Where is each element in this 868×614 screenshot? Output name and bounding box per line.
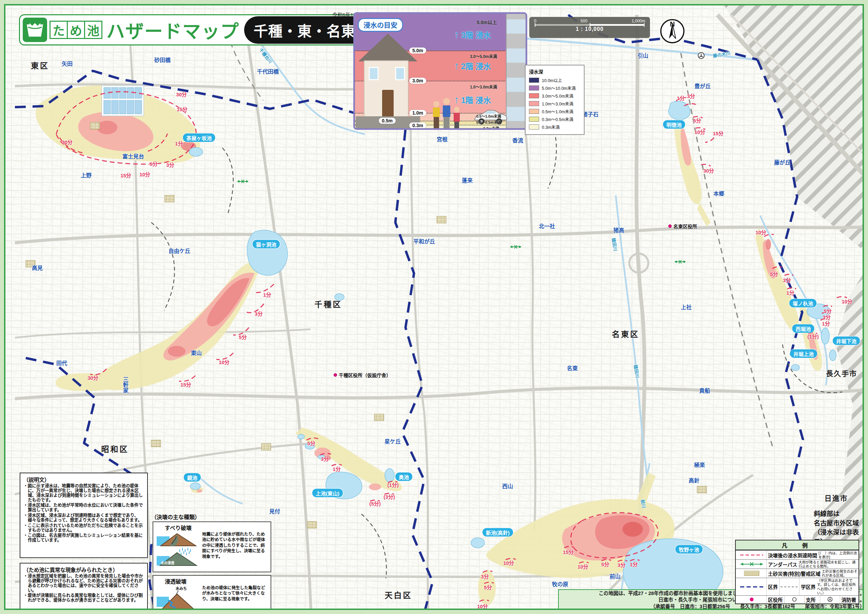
collapse-heading: （決壊の主な種類） bbox=[151, 513, 200, 521]
arrival-time-label: 15分 bbox=[120, 172, 131, 179]
hazard-map-page: 東区千種区名東区昭和区天白区長久手市日進市矢田砂田橋千代田橋富士見台上野自由ケ丘… bbox=[0, 0, 868, 614]
bullet-item: ・浸水区域、浸水深および到達時間はあくまで想定であり、様々な条件によって、想定よ… bbox=[23, 513, 144, 523]
arrival-time-label: 15分 bbox=[177, 105, 188, 113]
bullet-item: ・堤体が決壊前に見られる異常な現象としては、堤体にひび割れができる、堤体から水が… bbox=[23, 593, 144, 603]
arrival-time-label: 10分 bbox=[755, 228, 766, 236]
depth-mark: 3.0m bbox=[409, 78, 426, 84]
flood-guide-panel: 浸水の目安 5.0m以上 3.0〜5.0m未満 1.0〜3.0m未満 0.5〜1… bbox=[353, 12, 527, 130]
arrival-time-label: 15分 bbox=[563, 548, 574, 555]
pond-name-badge: 井堀下池 bbox=[833, 336, 860, 345]
depth-swatch bbox=[529, 93, 539, 98]
underpass-icon bbox=[674, 259, 686, 265]
arrival-time-label: 3分 bbox=[783, 276, 791, 284]
arrival-time-label: 3分 bbox=[255, 310, 262, 317]
arrival-time-label: 10分 bbox=[219, 358, 229, 366]
pond-name-badge: 明徳池 bbox=[663, 120, 685, 129]
pond-name-badge: 鏡池 bbox=[184, 473, 201, 482]
pond-icon bbox=[23, 18, 47, 42]
collapse-slip-name: すべり破壊 bbox=[165, 524, 268, 532]
city-label: 長久手市 bbox=[826, 368, 857, 378]
facility-label: 千種区役所（仮設庁舎） bbox=[334, 372, 391, 378]
abnormal-box: （ため池に異常な現象がみられたとき） ・浸水想定区域を把握し、ため池の異常を発見… bbox=[20, 563, 148, 610]
depth-legend-row: 0.5m〜1.0m未満 bbox=[529, 108, 580, 115]
arrival-time-label: 3分 bbox=[481, 573, 488, 580]
scale-start: 0 bbox=[534, 19, 536, 23]
bullet-item: ・浸水想定区域を把握し、ため池の異常を発見した場合や市から避難が呼びかけられるな… bbox=[23, 574, 144, 593]
title-boxed-chars: ため池 bbox=[51, 21, 102, 39]
depth-legend: 浸水深 10.0m以上5.0m〜10.0m未満3.0m〜5.0m未満1.0m〜3… bbox=[525, 65, 584, 135]
scale-end: 1,000m bbox=[632, 19, 645, 23]
depth-legend-row: 10.0m以上 bbox=[529, 77, 580, 84]
ward-office-icon bbox=[737, 596, 767, 603]
range-label: 0.3m未満 bbox=[483, 126, 499, 130]
place-label: 上社 bbox=[681, 303, 692, 311]
place-label: 宮根 bbox=[437, 135, 448, 143]
title-boxed-char: 池 bbox=[84, 21, 102, 39]
ward-label: 名東区 bbox=[612, 328, 640, 340]
range-label: 5.0m以上 bbox=[477, 19, 497, 25]
abnormal-title: （ため池に異常な現象がみられたとき） bbox=[23, 566, 144, 573]
fire-station-icon bbox=[820, 596, 840, 603]
depth-label: 0.3m未満 bbox=[542, 124, 560, 130]
legend-row-landslide: 土砂災害(特別)警戒区域 土砂災害の発生のおそれがある区域。 bbox=[736, 569, 859, 578]
pond-name-badge: 塚ノ杁池 bbox=[789, 299, 817, 307]
place-label: 富士見台 bbox=[122, 152, 144, 160]
arrival-time-label: (3分) bbox=[383, 493, 395, 500]
underpass-icon bbox=[237, 179, 248, 185]
place-label: 矢田 bbox=[62, 59, 73, 67]
collapse-slip-box: すべり破壊 水の浸透 地震により堤体が揺れたり、ため池に貯めている水や雨などが堤… bbox=[153, 521, 271, 572]
range-label: 1.0〜3.0m未満 bbox=[470, 84, 497, 90]
underpass-icon bbox=[510, 244, 521, 250]
svg-text:水みち: 水みち bbox=[176, 586, 187, 591]
arrival-time-label: 30分 bbox=[703, 167, 714, 174]
landslide-hatch-icon bbox=[737, 569, 767, 577]
outside-note-line: 斜線部は bbox=[814, 509, 863, 519]
place-label: 平和が丘 bbox=[413, 237, 435, 245]
ward-label: 天白区 bbox=[385, 589, 412, 600]
legend-row-underpass: アンダーパス 大雨が降ると道路冠水を起こし、通行止めとなる箇所。 bbox=[736, 560, 859, 569]
bullet-item: ・ここに表示されているため池がただちに危険であることを示すものではありません。 bbox=[23, 524, 144, 533]
river-label: 植田川 bbox=[611, 237, 619, 251]
depth-label: 0.5m〜1.0m未満 bbox=[542, 108, 574, 115]
title-boxed-char: め bbox=[67, 21, 85, 39]
place-label: 香流 bbox=[512, 136, 523, 144]
depth-mark: 0.3m bbox=[409, 122, 426, 129]
ward-boundary-icon bbox=[737, 578, 767, 595]
pond-name-badge: 奥池 bbox=[395, 473, 412, 481]
map-canvas: 東区千種区名東区昭和区天白区長久手市日進市矢田砂田橋千代田橋富士見台上野自由ケ丘… bbox=[4, 4, 864, 610]
legend-row-arrival-time: 決壊後の浸水到達時間 [（ ）内は、上流側の池を表示] bbox=[736, 550, 859, 560]
place-label: 前山 bbox=[610, 572, 620, 580]
place-label: 藤が丘 bbox=[774, 158, 790, 166]
arrival-time-label: 3分 bbox=[166, 161, 174, 168]
red-dash-icon bbox=[737, 551, 767, 559]
depth-legend-row: 0.3m未満 bbox=[529, 124, 580, 130]
flood-guide-title: 浸水の目安 bbox=[358, 18, 403, 32]
depth-label: 1.0m〜3.0m未満 bbox=[542, 100, 574, 107]
collapse-seep-name: 浸透破壊 bbox=[165, 577, 268, 585]
place-label: 名東 bbox=[567, 364, 578, 372]
arrival-time-label: 3分 bbox=[321, 455, 329, 462]
arrival-time-label: 3分 bbox=[687, 92, 695, 99]
map-legend: 凡 例 決壊後の浸水到達時間 [（ ）内は、上流側の池を表示] アンダーパス 大… bbox=[735, 540, 859, 604]
pond-name-badge: 井堀上池 bbox=[790, 350, 817, 358]
floor-label-1f: ↑1階 浸水 bbox=[454, 94, 491, 105]
arrival-time-label: 1分 bbox=[629, 560, 637, 567]
depth-mark: 0.5m bbox=[379, 118, 396, 124]
branch-office-icon bbox=[784, 596, 804, 603]
place-label: 牧の原 bbox=[552, 580, 568, 588]
arrival-time-label: 5分 bbox=[601, 560, 609, 567]
compass-icon: N bbox=[658, 15, 687, 46]
place-label: 東山 bbox=[191, 349, 202, 357]
pond-name-badge: 西堀池 bbox=[792, 324, 814, 333]
floor-label-2f: ↑2階 浸水 bbox=[454, 60, 491, 71]
pond-name-badge: 猫ヶ洞池 bbox=[253, 240, 280, 248]
place-label: 豊が丘 bbox=[694, 82, 711, 90]
arrival-time-label: 10分 bbox=[140, 171, 150, 178]
depth-legend-row: 0.3m〜0.5m未満 bbox=[529, 116, 580, 122]
pond-name-badge: 茶屋ヶ坂池 bbox=[183, 133, 215, 142]
river-label: 植田川 bbox=[633, 364, 641, 378]
depth-legend-title: 浸水深 bbox=[529, 68, 580, 75]
arrival-time-label: 3分 bbox=[617, 561, 625, 568]
arrival-time-label: 5分 bbox=[150, 160, 157, 167]
pond-name-badge: 新池(高針) bbox=[482, 528, 513, 537]
